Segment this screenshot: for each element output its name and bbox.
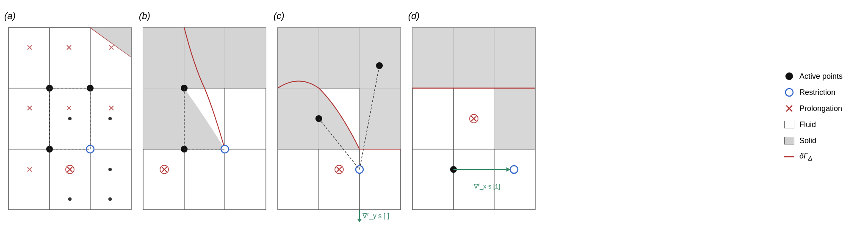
legend-fluid-label: Fluid xyxy=(799,120,816,129)
legend-restriction: Restriction xyxy=(783,86,855,98)
panel-b-label: (b) xyxy=(139,11,150,22)
prolongation-icon xyxy=(783,103,795,114)
svg-marker-64 xyxy=(357,219,362,222)
legend: Active points Restriction Prolongation F… xyxy=(771,62,864,171)
panel-d-svg: ∇̄ᶠ_x s [1] xyxy=(408,23,539,218)
legend-solid-label: Solid xyxy=(799,136,816,145)
svg-point-32 xyxy=(68,117,72,120)
legend-prolongation: Prolongation xyxy=(783,103,855,114)
svg-point-84 xyxy=(785,89,793,96)
panel-d: (d) xyxy=(408,4,539,229)
panel-c-label: (c) xyxy=(274,11,285,22)
panel-a: (a) xyxy=(4,4,135,229)
svg-point-78 xyxy=(510,166,518,173)
delta-gamma-icon xyxy=(783,151,795,163)
diagrams-area: (a) xyxy=(4,4,771,229)
legend-active-points: Active points xyxy=(783,70,855,82)
panel-c: (c) xyxy=(274,4,405,229)
svg-text:∇̄ᶠ_y s [ ]: ∇̄ᶠ_y s [ ] xyxy=(362,212,389,220)
svg-rect-40 xyxy=(225,28,266,88)
panel-b: (b) xyxy=(139,4,270,229)
legend-fluid: Fluid xyxy=(783,119,855,130)
legend-prolongation-label: Prolongation xyxy=(799,104,842,113)
legend-delta-gamma: δΓΔ xyxy=(783,151,855,163)
svg-rect-54 xyxy=(359,88,401,149)
svg-point-83 xyxy=(785,72,793,80)
panel-d-label: (d) xyxy=(408,11,420,22)
svg-point-24 xyxy=(68,197,72,201)
legend-active-points-label: Active points xyxy=(799,72,843,81)
panel-b-svg xyxy=(139,23,270,218)
active-points-icon xyxy=(783,70,795,82)
panel-a-svg xyxy=(4,23,135,218)
svg-point-25 xyxy=(108,197,112,201)
svg-point-26 xyxy=(108,168,112,171)
legend-solid: Solid xyxy=(783,135,855,147)
svg-text:∇̄ᶠ_x s [1]: ∇̄ᶠ_x s [1] xyxy=(473,183,500,190)
panel-c-svg: ∇̄ᶠ_y s [ ] xyxy=(274,23,405,227)
legend-delta-gamma-label: δΓΔ xyxy=(799,152,812,162)
panel-a-label: (a) xyxy=(4,11,16,22)
main-container: (a) xyxy=(0,0,868,233)
svg-rect-71 xyxy=(412,28,535,88)
svg-rect-39 xyxy=(184,28,225,88)
restriction-icon xyxy=(783,86,795,98)
svg-rect-72 xyxy=(494,88,535,149)
fluid-icon xyxy=(783,119,795,130)
solid-icon xyxy=(783,135,795,147)
svg-point-33 xyxy=(108,117,112,120)
legend-restriction-label: Restriction xyxy=(799,88,835,97)
